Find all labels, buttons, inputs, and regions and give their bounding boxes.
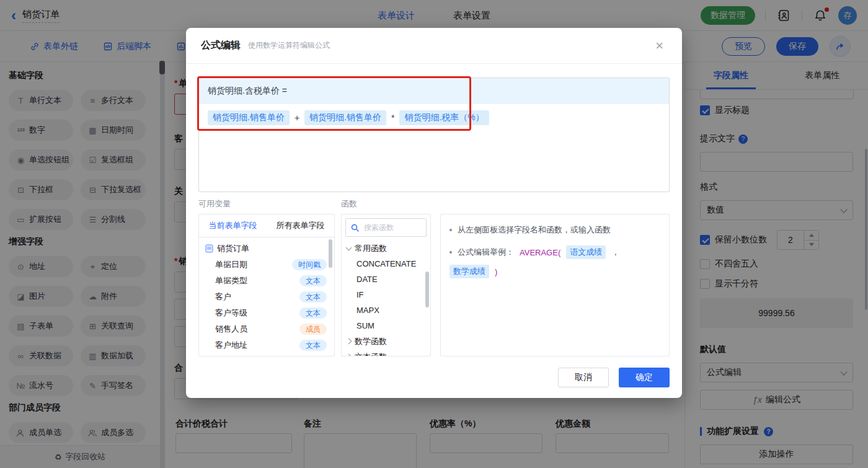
function-group-common[interactable]: 常用函数 (342, 241, 430, 256)
variable-row[interactable]: 客户文本 (199, 289, 334, 305)
functions-panel: 常用函数 CONCATENATE DATE IF MAPX SUM 数学函数 文… (341, 214, 431, 356)
bullet-dot (450, 251, 452, 254)
bullet-dot (450, 229, 452, 231)
formula-field-chip[interactable]: 销货明细.销售单价 (304, 110, 386, 125)
cancel-button[interactable]: 取消 (558, 368, 609, 387)
help-line-1: 从左侧面板选择字段名和函数，或输入函数 (450, 224, 660, 236)
functions-scrollbar-thumb[interactable] (425, 272, 429, 307)
function-item[interactable]: DATE (342, 272, 430, 287)
variable-row[interactable]: 单据类型文本 (199, 273, 334, 289)
function-group-math[interactable]: 数学函数 (342, 333, 430, 349)
formula-editor[interactable]: 销货明细.含税单价 = 销货明细.销售单价 + 销货明细.销售单价 * 销货明细… (198, 77, 670, 192)
operator-plus: + (294, 113, 299, 123)
chevron-right-icon (346, 354, 352, 356)
function-name-example: AVERAGE( (520, 248, 560, 257)
variable-row[interactable]: 单据日期时间戳 (199, 257, 334, 273)
close-icon[interactable]: × (652, 38, 667, 53)
variables-tabs: 当前表单字段 所有表单字段 (199, 214, 334, 237)
function-group-text[interactable]: 文本函数 (342, 349, 430, 356)
modal-subtitle: 使用数学运算符编辑公式 (248, 40, 330, 51)
type-badge: 文本 (299, 307, 327, 319)
function-close-paren: ) (495, 267, 497, 276)
variable-tree-root[interactable]: 销货订单 (199, 241, 334, 257)
app-root: ‹ 销货订单 表单设计 表单设置 数据管理 存 (0, 0, 868, 468)
variable-row[interactable]: 销售人员成员 (199, 321, 334, 337)
operator-multiply: * (391, 113, 394, 123)
chevron-down-icon (346, 244, 352, 250)
variables-label: 可用变量 (198, 198, 231, 210)
formula-help-panel: 从左侧面板选择字段名和函数，或输入函数 公式编辑举例：AVERAGE( 语文成绩… (440, 214, 670, 356)
formula-edit-modal: 公式编辑 使用数学运算符编辑公式 × 销货明细.含税单价 = 销货明细.销售单价… (186, 28, 682, 398)
formula-target-line: 销货明细.含税单价 = (199, 78, 669, 104)
example-field-chip: 数学成绩 (450, 265, 489, 278)
function-search-box (345, 218, 427, 237)
variables-scrollbar-thumb[interactable] (329, 239, 332, 268)
chevron-right-icon (346, 338, 352, 345)
function-item[interactable]: MAPX (342, 302, 430, 318)
modal-header: 公式编辑 使用数学运算符编辑公式 × (186, 28, 682, 64)
type-badge: 时间戳 (292, 259, 327, 270)
function-item[interactable]: CONCATENATE (342, 256, 430, 272)
tab-all-form-fields[interactable]: 所有表单字段 (267, 214, 334, 237)
example-field-chip: 语文成绩 (566, 245, 606, 259)
type-badge: 文本 (299, 291, 327, 302)
formula-field-chip[interactable]: 销货明细.销售单价 (208, 110, 290, 125)
tab-current-form-fields[interactable]: 当前表单字段 (199, 214, 267, 237)
variables-panel: 当前表单字段 所有表单字段 销货订单 单据日期时间戳 单据类型文本 客户文本 客… (198, 214, 335, 356)
help-line-2: 公式编辑举例：AVERAGE( 语文成绩 ， 数学成绩 ) (450, 245, 660, 278)
variable-row[interactable]: 客户等级文本 (199, 305, 334, 321)
functions-label: 函数 (341, 198, 357, 210)
function-item[interactable]: SUM (342, 318, 430, 333)
modal-title: 公式编辑 (201, 39, 241, 52)
type-badge: 文本 (299, 340, 327, 351)
type-badge: 成员 (299, 324, 327, 335)
search-icon (351, 224, 359, 232)
confirm-button[interactable]: 确定 (619, 368, 670, 387)
type-badge: 文本 (299, 275, 327, 286)
function-item[interactable]: IF (342, 287, 430, 302)
function-search-input[interactable] (363, 223, 421, 232)
formula-expression-line: 销货明细.销售单价 + 销货明细.销售单价 * 销货明细.税率（%） (199, 104, 669, 131)
formula-field-chip[interactable]: 销货明细.税率（%） (399, 110, 489, 125)
variable-row[interactable]: 客户地址文本 (199, 337, 334, 353)
form-doc-icon (205, 244, 213, 253)
